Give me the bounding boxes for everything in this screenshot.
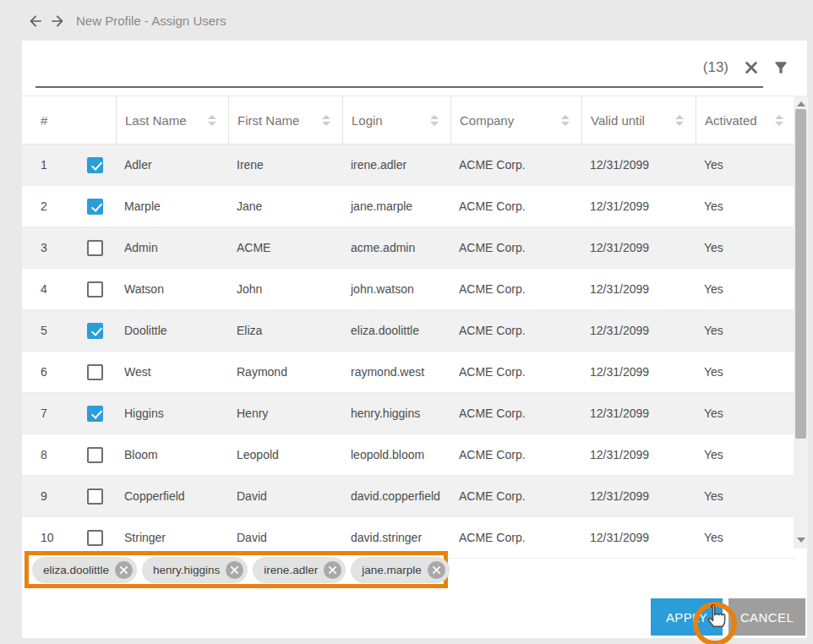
row-number: 6 (41, 365, 87, 379)
cell-login: irene.adler (342, 158, 450, 172)
row-checkbox[interactable] (87, 530, 103, 546)
cell-activated: Yes (696, 407, 795, 420)
cell-login: acme.admin (342, 241, 450, 254)
assign-users-dialog: New Profile - Assign Users (13) # Last N… (0, 0, 813, 644)
cell-valid-until: 12/31/2099 (581, 324, 696, 337)
scroll-up-icon[interactable] (797, 101, 805, 106)
sort-icon (322, 115, 330, 126)
row-checkbox[interactable] (87, 323, 103, 339)
cell-last-name: Higgins (116, 407, 228, 420)
cell-company: ACME Corp. (450, 241, 581, 254)
filter-funnel-icon[interactable] (772, 59, 789, 76)
sort-icon (775, 115, 783, 126)
cell-login: jane.marple (342, 199, 450, 213)
row-number: 8 (41, 448, 87, 461)
chip-remove-icon[interactable] (324, 561, 341, 579)
row-checkbox[interactable] (87, 364, 103, 380)
row-number: 3 (41, 241, 87, 254)
row-checkbox[interactable] (87, 281, 103, 297)
table-scrollbar[interactable] (794, 96, 808, 548)
table-row[interactable]: 9 Copperfield David david.copperfield AC… (22, 476, 795, 517)
cell-valid-until: 12/31/2099 (581, 241, 696, 254)
column-header-company[interactable]: Company (450, 96, 581, 144)
table-row[interactable]: 8 Bloom Leopold leopold.bloom ACME Corp.… (22, 434, 795, 476)
column-header-login[interactable]: Login (342, 96, 450, 144)
cell-company: ACME Corp. (450, 158, 581, 172)
table-row[interactable]: 4 Watson John john.watson ACME Corp. 12/… (22, 269, 795, 310)
cell-valid-until: 12/31/2099 (581, 531, 696, 544)
cell-company: ACME Corp. (450, 282, 581, 296)
table-row[interactable]: 7 Higgins Henry henry.higgins ACME Corp.… (22, 393, 795, 434)
cell-activated: Yes (696, 241, 795, 254)
cell-last-name: West (116, 365, 228, 379)
row-checkbox[interactable] (87, 199, 103, 215)
row-checkbox[interactable] (87, 157, 103, 173)
cell-activated: Yes (696, 158, 795, 172)
column-header-last-name[interactable]: Last Name (116, 96, 228, 144)
row-checkbox[interactable] (87, 406, 103, 422)
row-checkbox[interactable] (87, 240, 103, 256)
cell-valid-until: 12/31/2099 (581, 199, 696, 213)
chip-selected-user: eliza.doolittle (32, 557, 137, 583)
row-number: 4 (41, 282, 87, 296)
cancel-button[interactable]: CANCEL (728, 598, 805, 636)
cell-company: ACME Corp. (450, 531, 581, 544)
cell-activated: Yes (696, 324, 795, 337)
row-checkbox[interactable] (87, 447, 103, 463)
result-count: (13) (703, 59, 730, 76)
cell-valid-until: 12/31/2099 (581, 407, 696, 420)
forward-arrow-icon[interactable] (49, 13, 66, 30)
cell-last-name: Bloom (116, 448, 228, 461)
chip-selected-user: henry.higgins (142, 557, 248, 583)
table-row[interactable]: 1 Adler Irene irene.adler ACME Corp. 12/… (22, 145, 795, 186)
table-row[interactable]: 5 Doolittle Eliza eliza.doolittle ACME C… (22, 310, 795, 352)
back-arrow-icon[interactable] (27, 13, 44, 30)
cell-login: david.stringer (342, 531, 450, 544)
table-header-row: # Last Name First Name Login Company Val… (22, 96, 795, 145)
chip-label: jane.marple (362, 564, 422, 576)
column-header-valid-until[interactable]: Valid until (581, 96, 696, 144)
cell-company: ACME Corp. (450, 489, 581, 503)
chip-remove-icon[interactable] (115, 561, 133, 579)
table-row[interactable]: 6 West Raymond raymond.west ACME Corp. 1… (22, 352, 795, 393)
scroll-down-icon[interactable] (797, 538, 805, 543)
sort-icon (430, 115, 439, 126)
filter-input[interactable] (35, 57, 763, 88)
cell-last-name: Doolittle (116, 324, 228, 337)
chip-label: eliza.doolittle (43, 564, 109, 576)
row-number: 2 (41, 199, 87, 213)
cell-activated: Yes (696, 199, 795, 213)
table-row[interactable]: 3 Admin ACME acme.admin ACME Corp. 12/31… (22, 227, 795, 269)
selected-users-highlight-box: eliza.doolittle henry.higgins irene.adle… (25, 551, 448, 588)
chip-remove-icon[interactable] (428, 561, 445, 579)
column-header-number: # (22, 96, 116, 144)
cell-login: henry.higgins (342, 407, 450, 420)
page-title: New Profile - Assign Users (76, 14, 226, 28)
cell-login: eliza.doolittle (342, 324, 450, 337)
cell-company: ACME Corp. (450, 324, 581, 337)
sort-icon (675, 115, 684, 126)
row-number: 10 (41, 531, 87, 544)
cell-last-name: Copperfield (116, 489, 228, 503)
cell-company: ACME Corp. (450, 448, 581, 461)
row-checkbox[interactable] (87, 488, 103, 505)
table-row[interactable]: 2 Marple Jane jane.marple ACME Corp. 12/… (22, 186, 795, 227)
scrollbar-thumb[interactable] (795, 109, 806, 439)
cell-valid-until: 12/31/2099 (581, 282, 696, 296)
sort-icon (561, 115, 570, 126)
chip-label: henry.higgins (153, 564, 220, 576)
chip-remove-icon[interactable] (226, 561, 243, 579)
cell-login: john.watson (342, 282, 450, 296)
cell-valid-until: 12/31/2099 (581, 365, 696, 379)
cell-activated: Yes (696, 282, 795, 296)
row-number: 1 (41, 158, 87, 172)
hand-cursor-icon (701, 603, 728, 634)
row-number: 5 (41, 324, 87, 337)
column-header-activated[interactable]: Activated (696, 96, 795, 144)
column-header-first-name[interactable]: First Name (228, 96, 342, 144)
cell-company: ACME Corp. (450, 365, 581, 379)
cell-activated: Yes (696, 531, 795, 544)
cell-first-name: Irene (228, 158, 342, 172)
clear-filter-icon[interactable] (743, 59, 760, 76)
cell-last-name: Marple (116, 199, 228, 213)
